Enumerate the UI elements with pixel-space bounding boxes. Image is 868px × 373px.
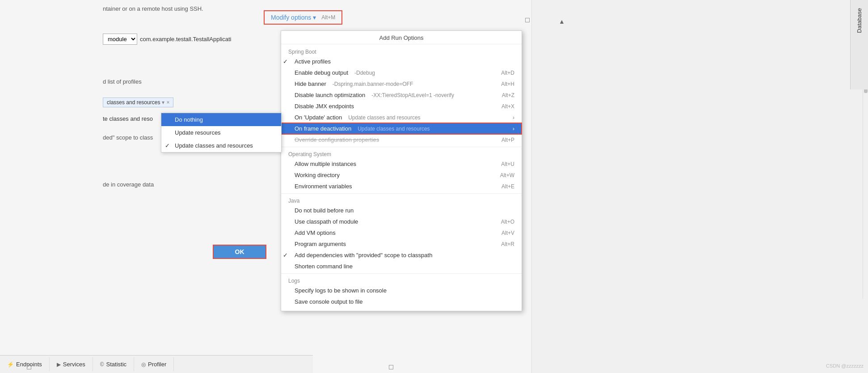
divider-1 [281,147,522,147]
submenu-item-update-resources[interactable]: Update resources [161,126,281,139]
menu-item-program-args[interactable]: Program arguments Alt+R [281,238,522,250]
tab-profiler-label: Profiler [148,361,166,368]
submenu-check-update-classes: ✓ [165,142,170,149]
section-java: Java [281,195,522,205]
tab-statistic[interactable]: © Statistic [93,357,134,371]
module-value: com.example.testall.TestallApplicati [140,36,231,42]
update-classes-row: te classes and reso [103,115,153,122]
csdn-watermark: CSDN @zzzzzzz [826,363,864,369]
classes-tag-close[interactable]: × [166,99,169,106]
profiles-label: d list of profiles [103,78,142,85]
modify-options-arrow: ▾ [313,14,316,21]
scope-text: ded" scope to class [103,134,153,141]
dropdown-panel: Add Run Options Spring Boot ✓ Active pro… [281,30,522,311]
module-row: module com.example.testall.TestallApplic… [103,34,231,45]
ssh-text: ntainer or on a remote host using SSH. [103,0,203,17]
check-add-deps: ✓ [283,252,288,259]
submenu-label-update-classes: Update classes and resources [175,142,253,149]
submenu-label-do-nothing: Do nothing [175,116,203,123]
menu-item-disable-jmx[interactable]: Disable JMX endpoints Alt+X [281,101,522,112]
dropdown-title: Add Run Options [281,31,522,44]
divider-2 [281,193,522,194]
services-icon: ▶ [57,361,61,368]
menu-item-add-deps[interactable]: ✓ Add dependencies with "provided" scope… [281,250,522,261]
menu-item-enable-debug[interactable]: Enable debug output -Ddebug Alt+D [281,67,522,78]
menu-item-on-update-action[interactable]: On 'Update' action Update classes and re… [281,112,522,123]
tab-profiler[interactable]: ◎ Profiler [134,357,174,371]
tab-endpoints[interactable]: ⚡ Endpoints [0,357,50,371]
divider-3 [281,273,522,274]
menu-item-shorten-cmdline[interactable]: Shorten command line [281,261,522,272]
menu-item-working-dir[interactable]: Working directory Alt+W [281,170,522,181]
menu-item-on-frame-deactivation[interactable]: On frame deactivation Update classes and… [281,123,522,134]
submenu-label-update-resources: Update resources [175,129,221,136]
module-select[interactable]: module [103,34,137,45]
menu-item-no-build[interactable]: Do not build before run [281,205,522,216]
menu-item-active-profiles[interactable]: ✓ Active profiles [281,56,522,67]
square-decorator-bottom-left [27,365,31,369]
submenu-item-update-classes[interactable]: ✓ Update classes and resources [161,139,281,152]
coverage-text: de in coverage data [103,181,154,188]
bottom-tabs: ⚡ Endpoints ▶ Services © Statistic ◎ Pro… [0,355,313,373]
tab-services-label: Services [63,361,85,368]
modify-options-label: Modify options [271,14,311,21]
menu-item-use-classpath[interactable]: Use classpath of module Alt+O [281,216,522,227]
endpoints-icon: ⚡ [7,361,14,368]
section-os: Operating System [281,148,522,158]
statistic-icon: © [100,361,104,368]
db-sidebar-label: Database [856,8,863,33]
db-sidebar[interactable]: Database [850,0,868,89]
submenu-panel: Do nothing Update resources ✓ Update cla… [161,113,282,153]
section-spring-boot: Spring Boot [281,46,522,56]
menu-item-override-config[interactable]: Override configuration properties Alt+P [281,134,522,145]
menu-item-disable-launch[interactable]: Disable launch optimization -XX:TieredSt… [281,89,522,101]
square-decorator-bottom-center [389,365,393,369]
scroll-arrow[interactable]: ▲ [559,18,565,25]
classes-tag: classes and resources ▾ × [103,97,173,107]
section-logs: Logs [281,275,522,285]
menu-item-save-console[interactable]: Save console output to file [281,296,522,307]
menu-item-allow-multiple[interactable]: Allow multiple instances Alt+U [281,158,522,170]
classes-tag-arrow[interactable]: ▾ [162,99,164,106]
profiler-icon: ◎ [141,361,146,368]
check-active-profiles: ✓ [283,58,288,65]
ok-button[interactable]: OK [213,245,266,259]
modify-options-shortcut: Alt+M [321,14,335,21]
menu-item-env-vars[interactable]: Environment variables Alt+E [281,181,522,192]
modify-options-button[interactable]: Modify options ▾ Alt+M [264,10,342,25]
square-decorator-top-right [525,18,530,22]
tab-statistic-label: Statistic [106,361,127,368]
menu-item-add-vm[interactable]: Add VM options Alt+V [281,227,522,238]
menu-item-hide-banner[interactable]: Hide banner -Dspring.main.banner-mode=OF… [281,78,522,89]
classes-tag-label: classes and resources [107,99,160,106]
menu-item-specify-logs[interactable]: Specify logs to be shown in console [281,285,522,296]
tab-services[interactable]: ▶ Services [50,357,93,371]
submenu-item-do-nothing[interactable]: Do nothing [161,113,281,126]
